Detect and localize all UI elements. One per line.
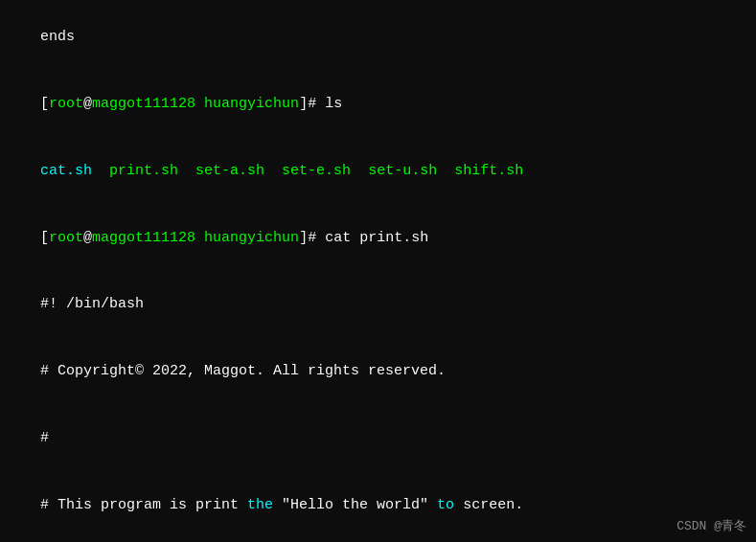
line-comment-copyright: # Copyright© 2022, Maggot. All rights re… [6,338,750,405]
terminal: ends [root@maggot111128 huangyichun]# ls… [0,0,756,542]
text-ends: ends [40,29,75,45]
line-comment-desc: # This program is print the "Hello the w… [6,471,750,538]
line-prompt-ls: [root@maggot111128 huangyichun]# ls [6,71,750,138]
line-ends: ends [6,4,750,71]
line-ls-output: cat.sh print.sh set-a.sh set-e.sh set-u.… [6,138,750,205]
watermark: CSDN @青冬 [676,517,746,534]
line-prompt-cat: [root@maggot111128 huangyichun]# cat pri… [6,204,750,271]
line-comment-blank: # [6,405,750,472]
line-comment-date: # Date: 2022-11-19 [6,538,750,542]
line-shebang: #! /bin/bash [6,271,750,338]
